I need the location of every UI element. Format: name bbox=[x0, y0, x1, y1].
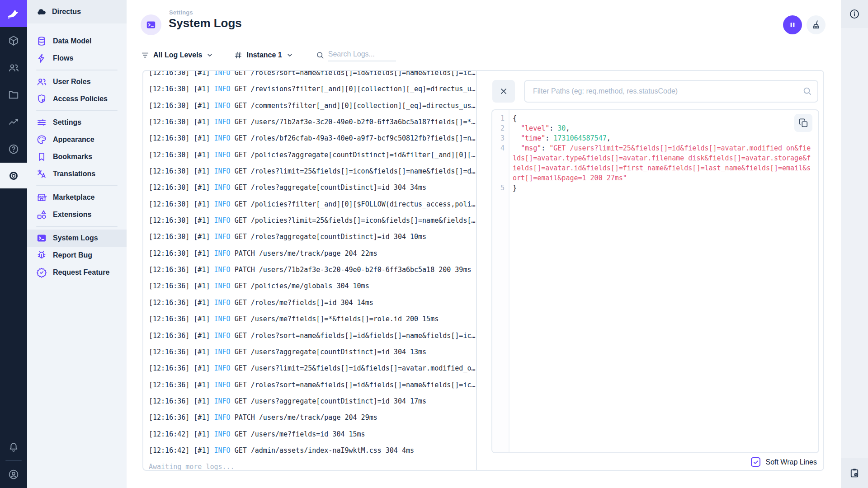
sidebar-item-appearance[interactable]: Appearance bbox=[27, 131, 127, 148]
nav-items: Data ModelFlowsUser RolesAccess Policies… bbox=[27, 33, 127, 281]
bug-icon bbox=[36, 250, 47, 261]
log-row[interactable]: [12:16:30] [#1] INFO GET /revisions?filt… bbox=[149, 81, 476, 97]
sidebar-item-label: Extensions bbox=[53, 211, 91, 219]
log-level: INFO bbox=[214, 282, 231, 290]
directus-logo[interactable] bbox=[0, 0, 27, 27]
log-row[interactable]: [12:16:30] [#1] INFO GET /policies?filte… bbox=[149, 196, 476, 212]
log-row[interactable]: [12:16:36] [#1] INFO GET /roles/me?field… bbox=[149, 295, 476, 311]
log-row[interactable]: [12:16:36] [#1] INFO GET /roles?sort=nam… bbox=[149, 377, 476, 393]
log-row[interactable]: [12:16:42] [#1] INFO GET /admin/assets/i… bbox=[149, 442, 476, 459]
json-token-punct bbox=[513, 144, 521, 152]
sidebar-item-system-logs[interactable]: System Logs bbox=[27, 230, 127, 247]
sidebar-item-marketplace[interactable]: Marketplace bbox=[27, 189, 127, 206]
notifications-button[interactable] bbox=[0, 435, 27, 460]
log-row[interactable]: [12:16:30] [#1] INFO GET /comments?filte… bbox=[149, 98, 476, 114]
clear-logs-button[interactable] bbox=[807, 15, 826, 34]
nav-divider bbox=[27, 183, 127, 189]
module-box-button[interactable] bbox=[0, 27, 27, 54]
log-row[interactable]: [12:16:36] [#1] INFO PATCH /users/71b2af… bbox=[149, 262, 476, 278]
instance-filter[interactable]: Instance 1 bbox=[234, 51, 293, 60]
log-row[interactable]: [12:16:30] [#1] INFO GET /policies?limit… bbox=[149, 212, 476, 229]
line-number: 4 bbox=[492, 143, 509, 183]
log-row[interactable]: [12:16:30] [#1] INFO GET /roles?aggregat… bbox=[149, 229, 476, 245]
info-sidebar-toggle[interactable] bbox=[841, 0, 868, 28]
log-row[interactable]: [12:16:36] [#1] INFO PATCH /users/me/tra… bbox=[149, 409, 476, 426]
search-logs-input[interactable] bbox=[328, 49, 396, 61]
hash-icon bbox=[234, 51, 243, 60]
json-token-key: "msg" bbox=[521, 144, 541, 152]
clipboard-clock-icon bbox=[849, 468, 860, 479]
log-row[interactable]: [12:16:30] [#1] INFO GET /roles?aggregat… bbox=[149, 179, 476, 196]
log-row[interactable]: [12:16:30] [#1] INFO GET /roles/bf26cfab… bbox=[149, 130, 476, 146]
project-switcher[interactable]: Directus bbox=[27, 0, 127, 23]
module-bar-items bbox=[0, 27, 27, 188]
module-activity-button[interactable] bbox=[0, 108, 27, 136]
log-message: GET /users/71b2af3e-3c20-49e0-b2f0-6ff3a… bbox=[231, 118, 476, 126]
sidebar-item-bookmarks[interactable]: Bookmarks bbox=[27, 148, 127, 165]
log-message: PATCH /users/71b2af3e-3c20-49e0-b2f0-6ff… bbox=[231, 266, 472, 274]
sidebar-item-data-model[interactable]: Data Model bbox=[27, 33, 127, 50]
log-row[interactable]: [12:16:36] [#1] INFO GET /policies/me/gl… bbox=[149, 278, 476, 294]
sidebar-item-flows[interactable]: Flows bbox=[27, 50, 127, 67]
pause-logs-button[interactable] bbox=[783, 15, 802, 34]
module-help-button[interactable] bbox=[0, 136, 27, 163]
log-timestamp: [12:16:42] [#1] bbox=[149, 446, 214, 455]
sidebar-item-report-bug[interactable]: Report Bug bbox=[27, 247, 127, 264]
log-row[interactable]: [12:16:30] [#1] INFO PATCH /users/me/tra… bbox=[149, 245, 476, 262]
sidebar-item-label: Request Feature bbox=[53, 268, 109, 277]
nav-divider bbox=[27, 108, 127, 114]
log-row[interactable]: [12:16:36] [#1] INFO GET /roles?sort=nam… bbox=[149, 328, 476, 344]
breadcrumb[interactable]: Settings bbox=[169, 9, 193, 16]
code-line: 1{ bbox=[492, 113, 818, 123]
sidebar-item-request-feature[interactable]: Request Feature bbox=[27, 264, 127, 281]
module-folder-button[interactable] bbox=[0, 81, 27, 108]
user-avatar-button[interactable] bbox=[0, 461, 27, 488]
log-level: INFO bbox=[214, 216, 231, 225]
log-row[interactable]: [12:16:36] [#1] INFO GET /users?aggregat… bbox=[149, 393, 476, 409]
close-detail-button[interactable] bbox=[492, 80, 515, 103]
chevron-down-icon bbox=[286, 51, 294, 59]
json-token-punct: , bbox=[607, 134, 611, 142]
line-number: 1 bbox=[492, 113, 509, 123]
line-number: 5 bbox=[492, 183, 509, 193]
log-level: INFO bbox=[214, 332, 231, 340]
log-message: PATCH /users/me/track/page 204 29ms bbox=[231, 413, 377, 422]
log-level-filter[interactable]: All Log Levels bbox=[141, 51, 214, 60]
log-timestamp: [12:16:30] [#1] bbox=[149, 71, 214, 77]
sidebar-item-user-roles[interactable]: User Roles bbox=[27, 73, 127, 90]
log-row[interactable]: [12:16:36] [#1] INFO GET /users?limit=25… bbox=[149, 360, 476, 376]
log-level: INFO bbox=[214, 102, 231, 110]
soft-wrap-checkbox[interactable] bbox=[751, 457, 760, 467]
log-message: GET /users/me?fields[]=*&fields[]=role.i… bbox=[231, 315, 439, 323]
log-timestamp: [12:16:30] [#1] bbox=[149, 85, 214, 93]
json-token-punct: : bbox=[545, 134, 553, 142]
folder-icon bbox=[8, 89, 19, 101]
sidebar-item-translations[interactable]: Translations bbox=[27, 165, 127, 183]
copy-json-button[interactable] bbox=[794, 114, 812, 132]
filter-paths-input[interactable] bbox=[524, 80, 818, 103]
log-row[interactable]: [12:16:42] [#1] INFO GET /users/me?field… bbox=[149, 426, 476, 442]
module-gear-button[interactable] bbox=[0, 163, 27, 188]
log-timestamp: [12:16:36] [#1] bbox=[149, 266, 214, 274]
log-row[interactable]: [12:16:36] [#1] INFO GET /users?aggregat… bbox=[149, 344, 476, 360]
log-timestamp: [12:16:42] [#1] bbox=[149, 430, 214, 438]
line-content: } bbox=[509, 183, 818, 193]
copy-icon bbox=[798, 118, 808, 128]
sidebar-item-extensions[interactable]: Extensions bbox=[27, 206, 127, 223]
log-level: INFO bbox=[214, 233, 231, 241]
log-row[interactable]: [12:16:30] [#1] INFO GET /policies?aggre… bbox=[149, 147, 476, 163]
log-row[interactable]: [12:16:30] [#1] INFO GET /users/71b2af3e… bbox=[149, 114, 476, 130]
log-level: INFO bbox=[214, 118, 231, 126]
project-name: Directus bbox=[52, 8, 81, 16]
log-row[interactable]: [12:16:36] [#1] INFO GET /users/me?field… bbox=[149, 311, 476, 327]
log-message: GET /users/me?fields=id 304 15ms bbox=[231, 430, 365, 438]
sidebar-item-access-policies[interactable]: Access Policies bbox=[27, 90, 127, 108]
sidebar-item-settings[interactable]: Settings bbox=[27, 114, 127, 131]
module-users-button[interactable] bbox=[0, 54, 27, 81]
log-level: INFO bbox=[214, 167, 231, 175]
log-row[interactable]: [12:16:30] [#1] INFO GET /roles?sort=nam… bbox=[149, 71, 476, 81]
log-row[interactable]: [12:16:30] [#1] INFO GET /roles?limit=25… bbox=[149, 163, 476, 179]
sidebar-item-label: Appearance bbox=[53, 136, 94, 144]
module-bar bbox=[0, 0, 27, 488]
notifications-drawer-toggle[interactable] bbox=[841, 458, 868, 488]
